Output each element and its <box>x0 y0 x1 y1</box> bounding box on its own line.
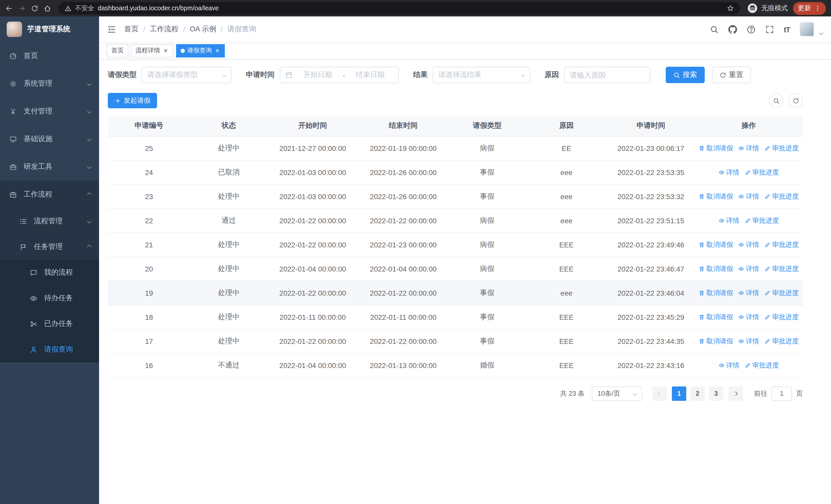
detail-link[interactable]: 详情 <box>738 288 759 297</box>
apply-time-range-picker[interactable]: 开始日期 - 结束日期 <box>280 67 399 83</box>
table-row[interactable]: 21处理中2022-01-22 00:00:002022-01-23 00:00… <box>108 233 803 257</box>
bookmark-star-icon[interactable] <box>727 5 734 12</box>
github-icon[interactable] <box>728 25 737 34</box>
search-button[interactable]: 搜索 <box>666 67 705 83</box>
approval-progress-link[interactable]: 审批进度 <box>764 240 799 249</box>
tab-leave-query[interactable]: 请假查询× <box>176 44 225 57</box>
end-date-placeholder[interactable]: 结束日期 <box>347 70 393 80</box>
tab-process-detail[interactable]: 流程详情× <box>131 44 173 57</box>
browser-reload-icon[interactable] <box>31 4 38 12</box>
avatar-dropdown-icon[interactable] <box>819 31 824 35</box>
sidebar-item-dev-tools[interactable]: 研发工具 <box>0 153 99 181</box>
table-row[interactable]: 18处理中2022-01-11 00:00:002022-01-11 00:00… <box>108 305 803 329</box>
url-bar[interactable]: 不安全 dashboard.yudao.iocoder.cn/bpm/oa/le… <box>58 2 740 14</box>
cell-applied: 2022-01-22 23:46:47 <box>607 257 695 281</box>
font-size-icon[interactable]: tT <box>784 25 790 34</box>
goto-page-input[interactable] <box>771 386 792 401</box>
table-row[interactable]: 25处理中2021-12-27 00:00:002022-01-19 00:00… <box>108 136 803 160</box>
page-2-button[interactable]: 2 <box>690 386 705 401</box>
toggle-search-button[interactable] <box>769 93 783 108</box>
create-leave-button[interactable]: 发起请假 <box>108 93 157 108</box>
table-row[interactable]: 19处理中2022-01-22 00:00:002022-01-22 00:00… <box>108 281 803 305</box>
sidebar-item-todo-tasks[interactable]: 待办任务 <box>0 285 99 311</box>
sidebar-item-infrastructure[interactable]: 基础设施 <box>0 125 99 153</box>
cell-type: 事假 <box>449 305 526 329</box>
avatar[interactable] <box>800 22 814 36</box>
breadcrumb-item[interactable]: 工作流程 <box>150 25 179 34</box>
table-row[interactable]: 20处理中2022-01-04 00:00:002022-01-04 00:00… <box>108 257 803 281</box>
header-search-icon[interactable] <box>710 25 719 34</box>
approval-progress-link[interactable]: 审批进度 <box>745 360 779 370</box>
sidebar-item-workflow[interactable]: 工作流程 <box>0 181 99 208</box>
sidebar-item-payment-management[interactable]: 支付管理 <box>0 97 99 125</box>
approval-progress-link[interactable]: 审批进度 <box>764 192 799 201</box>
breadcrumb-item[interactable]: 首页 <box>124 25 139 34</box>
table-row[interactable]: 22通过2022-01-22 00:00:002022-01-22 00:00:… <box>108 208 803 233</box>
detail-link[interactable]: 详情 <box>738 192 759 201</box>
detail-link[interactable]: 详情 <box>718 360 739 370</box>
result-select[interactable]: 请选择流结果 <box>433 67 530 83</box>
approval-progress-link[interactable]: 审批进度 <box>745 168 779 177</box>
update-button[interactable]: 更新 <box>793 2 826 14</box>
close-icon[interactable]: × <box>163 47 169 54</box>
security-label[interactable]: 不安全 <box>75 4 94 12</box>
approval-progress-link[interactable]: 审批进度 <box>764 264 799 273</box>
detail-link[interactable]: 详情 <box>738 264 759 273</box>
cancel-leave-link[interactable]: 取消请假 <box>698 192 733 201</box>
page-3-button[interactable]: 3 <box>709 386 723 401</box>
approval-progress-link[interactable]: 审批进度 <box>764 312 799 322</box>
detail-link[interactable]: 详情 <box>738 336 759 346</box>
sidebar-item-leave-query[interactable]: 请假查询 <box>0 337 99 362</box>
start-date-placeholder[interactable]: 开始日期 <box>295 70 341 80</box>
sidebar-item-task-management[interactable]: 任务管理 <box>0 234 99 260</box>
table-row[interactable]: 23处理中2022-01-03 00:00:002022-01-26 00:00… <box>108 184 803 208</box>
cancel-leave-link[interactable]: 取消请假 <box>698 336 733 346</box>
url-text[interactable]: dashboard.yudao.iocoder.cn/bpm/oa/leave <box>98 5 723 12</box>
leave-type-select[interactable]: 请选择请假类型 <box>142 67 231 83</box>
sidebar-item-process-management[interactable]: 流程管理 <box>0 208 99 234</box>
tab-home[interactable]: 首页 <box>107 44 128 57</box>
sidebar-item-system-management[interactable]: 系统管理 <box>0 70 99 97</box>
detail-link[interactable]: 详情 <box>738 312 759 322</box>
approval-progress-link[interactable]: 审批进度 <box>764 288 799 297</box>
kebab-menu-icon[interactable] <box>814 5 821 12</box>
approval-progress-link[interactable]: 审批进度 <box>745 216 779 225</box>
detail-link[interactable]: 详情 <box>738 144 759 153</box>
browser-forward-icon[interactable] <box>18 4 26 12</box>
page-1-button[interactable]: 1 <box>672 386 686 401</box>
browser-home-icon[interactable] <box>44 4 51 12</box>
cancel-leave-link[interactable]: 取消请假 <box>698 312 733 322</box>
table-row[interactable]: 24已取消2022-01-03 00:00:002022-01-26 00:00… <box>108 160 803 184</box>
close-icon[interactable]: × <box>214 47 220 54</box>
reset-button[interactable]: 重置 <box>712 67 751 83</box>
cell-reason: eee <box>526 281 607 305</box>
sidebar-item-my-process[interactable]: 我的流程 <box>0 260 99 285</box>
detail-link[interactable]: 详情 <box>718 216 739 225</box>
approval-progress-link[interactable]: 审批进度 <box>764 144 799 153</box>
reason-input[interactable] <box>564 67 650 83</box>
help-icon[interactable] <box>747 25 755 34</box>
sidebar-toggle-icon[interactable] <box>107 25 116 34</box>
app-logo[interactable]: 芋道管理系统 <box>0 17 99 42</box>
browser-back-icon[interactable] <box>5 4 13 12</box>
table-row[interactable]: 17处理中2022-01-22 00:00:002022-01-22 00:00… <box>108 329 803 353</box>
edit-icon <box>764 241 770 248</box>
cancel-leave-link[interactable]: 取消请假 <box>698 288 733 297</box>
breadcrumb-item[interactable]: OA 示例 <box>190 25 216 34</box>
detail-link[interactable]: 详情 <box>738 240 759 249</box>
fullscreen-icon[interactable] <box>765 25 774 34</box>
detail-link[interactable]: 详情 <box>718 168 739 177</box>
cancel-leave-link[interactable]: 取消请假 <box>698 144 733 153</box>
cancel-leave-link[interactable]: 取消请假 <box>698 240 733 249</box>
chevron-down-icon <box>87 165 92 169</box>
logo-image <box>7 22 22 37</box>
table-row[interactable]: 16不通过2022-01-04 00:00:002022-01-13 00:00… <box>108 353 803 377</box>
sidebar-item-done-tasks[interactable]: 已办任务 <box>0 311 99 337</box>
next-page-button[interactable] <box>728 386 743 401</box>
approval-progress-link[interactable]: 审批进度 <box>764 336 799 346</box>
prev-page-button[interactable] <box>652 386 667 401</box>
table-refresh-button[interactable] <box>789 93 803 108</box>
sidebar-item-home[interactable]: 首页 <box>0 42 99 70</box>
cancel-leave-link[interactable]: 取消请假 <box>698 264 733 273</box>
page-size-select[interactable]: 10条/页 <box>592 386 642 401</box>
